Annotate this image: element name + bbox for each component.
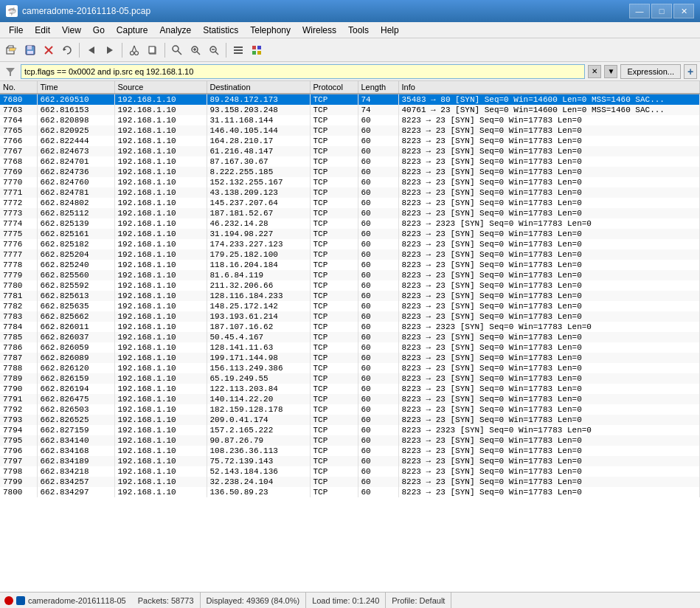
dst-cell: 148.25.172.142 (207, 301, 310, 311)
table-row[interactable]: 7781662.825613192.168.1.10128.116.184.23… (0, 291, 700, 301)
toolbar-find-btn[interactable] (168, 41, 186, 59)
len-cell: 60 (358, 404, 398, 415)
src-cell: 192.168.1.10 (114, 270, 207, 280)
menu-tools[interactable]: Tools (342, 22, 375, 38)
table-row[interactable]: 7789662.826159192.168.1.1065.19.249.55TC… (0, 373, 700, 384)
toolbar-open-btn[interactable] (3, 41, 21, 59)
table-row[interactable]: 7780662.825592192.168.1.10211.32.206.66T… (0, 280, 700, 291)
col-destination[interactable]: Destination (207, 81, 310, 94)
menu-view[interactable]: View (56, 22, 87, 38)
table-row[interactable]: 7786662.826059192.168.1.10128.141.11.63T… (0, 342, 700, 353)
table-row[interactable]: 7773662.825112192.168.1.10187.181.52.67T… (0, 208, 700, 218)
table-row[interactable]: 7787662.826089192.168.1.10199.171.144.98… (0, 353, 700, 363)
table-row[interactable]: 7767662.824673192.168.1.1061.216.48.147T… (0, 146, 700, 156)
table-row[interactable]: 7778662.825240192.168.1.10118.16.204.184… (0, 260, 700, 270)
table-row[interactable]: 7783662.825662192.168.1.10193.193.61.214… (0, 311, 700, 322)
table-row[interactable]: 7800662.834297192.168.1.10136.50.89.23TC… (0, 487, 700, 497)
dst-cell: 31.11.168.144 (207, 115, 310, 125)
col-protocol[interactable]: Protocol (310, 81, 358, 94)
table-row[interactable]: 7680662.269510192.168.1.1089.248.172.173… (0, 94, 700, 105)
table-row[interactable]: 7797662.834189192.168.1.1075.72.139.143T… (0, 456, 700, 466)
table-row[interactable]: 7769662.824736192.168.1.108.222.255.185T… (0, 167, 700, 177)
menu-capture[interactable]: Capture (111, 22, 154, 38)
col-info[interactable]: Info (398, 81, 700, 94)
menu-file[interactable]: File (3, 22, 29, 38)
table-row[interactable]: 7799662.834257192.168.1.1032.238.24.104T… (0, 477, 700, 487)
info-cell: 8223 → 23 [SYN] Seq=0 Win=17783 Len=0 (398, 136, 700, 146)
table-row[interactable]: 7766662.822444192.168.1.10164.28.210.17T… (0, 136, 700, 146)
col-length[interactable]: Length (358, 81, 398, 94)
status-profile: Profile: Default (386, 593, 451, 608)
table-row[interactable]: 7791662.826475192.168.1.10140.114.22.20T… (0, 394, 700, 404)
menu-statistics[interactable]: Statistics (197, 22, 244, 38)
table-row[interactable]: 7798662.834218192.168.1.1052.143.184.136… (0, 466, 700, 477)
toolbar-back-btn[interactable] (83, 41, 100, 59)
svg-marker-31 (6, 68, 15, 76)
filter-input[interactable] (21, 64, 585, 79)
menu-telephony[interactable]: Telephony (244, 22, 297, 38)
menu-help[interactable]: Help (375, 22, 405, 38)
table-row[interactable]: 7779662.825560192.168.1.1081.6.84.119TCP… (0, 270, 700, 280)
toolbar-save-btn[interactable] (21, 41, 39, 59)
menu-analyze[interactable]: Analyze (154, 22, 198, 38)
table-row[interactable]: 7771662.824781192.168.1.1043.138.209.123… (0, 187, 700, 198)
filter-add-button[interactable]: + (684, 64, 697, 79)
col-no[interactable]: No. (0, 81, 37, 94)
col-source[interactable]: Source (114, 81, 207, 94)
src-cell: 192.168.1.10 (114, 394, 207, 404)
toolbar-reload-btn[interactable] (58, 41, 76, 59)
table-row[interactable]: 7768662.824701192.168.1.1087.167.30.67TC… (0, 156, 700, 167)
table-row[interactable]: 7776662.825182192.168.1.10174.233.227.12… (0, 239, 700, 249)
table-row[interactable]: 7763662.816153192.168.1.1093.158.203.248… (0, 105, 700, 115)
dst-cell: 179.25.182.100 (207, 249, 310, 260)
filter-dropdown-button[interactable]: ▼ (604, 65, 617, 78)
toolbar-copy-btn[interactable] (144, 41, 162, 59)
close-button[interactable]: ✕ (673, 4, 694, 18)
len-cell: 60 (358, 353, 398, 363)
table-row[interactable]: 7792662.826503192.168.1.10182.159.128.17… (0, 404, 700, 415)
info-cell: 8223 → 23 [SYN] Seq=0 Win=17783 Len=0 (398, 342, 700, 353)
table-row[interactable]: 7777662.825204192.168.1.10179.25.182.100… (0, 249, 700, 260)
no-cell: 7793 (0, 415, 37, 425)
toolbar-zoom-out-btn[interactable] (205, 41, 223, 59)
toolbar-colorize-btn[interactable] (248, 41, 266, 59)
table-row[interactable]: 7784662.826011192.168.1.10187.107.16.62T… (0, 322, 700, 332)
filter-clear-button[interactable]: ✕ (588, 65, 601, 78)
toolbar-go-btn[interactable] (229, 41, 247, 59)
maximize-button[interactable]: □ (651, 4, 672, 18)
table-row[interactable]: 7764662.820898192.168.1.1031.11.168.144T… (0, 115, 700, 125)
len-cell: 60 (358, 156, 398, 167)
table-row[interactable]: 7782662.825635192.168.1.10148.25.172.142… (0, 301, 700, 311)
minimize-button[interactable]: — (629, 4, 650, 18)
table-row[interactable]: 7793662.826525192.168.1.10209.0.41.174TC… (0, 415, 700, 425)
dst-cell: 193.193.61.214 (207, 311, 310, 322)
status-loadtime: Load time: 0:1.240 (306, 593, 386, 608)
toolbar-zoom-in-btn[interactable] (187, 41, 204, 59)
col-time[interactable]: Time (37, 81, 114, 94)
table-row[interactable]: 7785662.826037192.168.1.1050.45.4.167TCP… (0, 332, 700, 342)
toolbar-close-btn[interactable] (40, 41, 58, 59)
src-cell: 192.168.1.10 (114, 311, 207, 322)
table-row[interactable]: 7788662.826120192.168.1.10156.113.249.38… (0, 363, 700, 373)
menu-wireless[interactable]: Wireless (297, 22, 342, 38)
toolbar-fwd-btn[interactable] (101, 41, 119, 59)
dst-cell: 61.216.48.147 (207, 146, 310, 156)
expression-button[interactable]: Expression... (620, 64, 681, 79)
info-cell: 35483 → 80 [SYN] Seq=0 Win=14600 Len=0 M… (398, 94, 700, 105)
dst-cell: 199.171.144.98 (207, 353, 310, 363)
table-row[interactable]: 7765662.820925192.168.1.10146.40.105.144… (0, 125, 700, 136)
toolbar-cut-btn[interactable] (125, 41, 143, 59)
title-bar-text: cameradome-20161118-05.pcap (22, 6, 629, 16)
src-cell: 192.168.1.10 (114, 446, 207, 456)
table-row[interactable]: 7795662.834140192.168.1.1090.87.26.79TCP… (0, 435, 700, 446)
table-row[interactable]: 7790662.826194192.168.1.10122.113.203.84… (0, 384, 700, 394)
filter-icon (3, 66, 18, 77)
table-row[interactable]: 7796662.834168192.168.1.10108.236.36.113… (0, 446, 700, 456)
table-row[interactable]: 7775662.825161192.168.1.1031.194.98.227T… (0, 229, 700, 239)
table-row[interactable]: 7770662.824760192.168.1.10152.132.255.16… (0, 177, 700, 187)
menu-go[interactable]: Go (87, 22, 111, 38)
menu-edit[interactable]: Edit (29, 22, 56, 38)
table-row[interactable]: 7772662.824802192.168.1.10145.237.207.64… (0, 198, 700, 208)
table-row[interactable]: 7794662.827159192.168.1.10157.2.165.222T… (0, 425, 700, 435)
table-row[interactable]: 7774662.825139192.168.1.1046.232.14.28TC… (0, 218, 700, 229)
